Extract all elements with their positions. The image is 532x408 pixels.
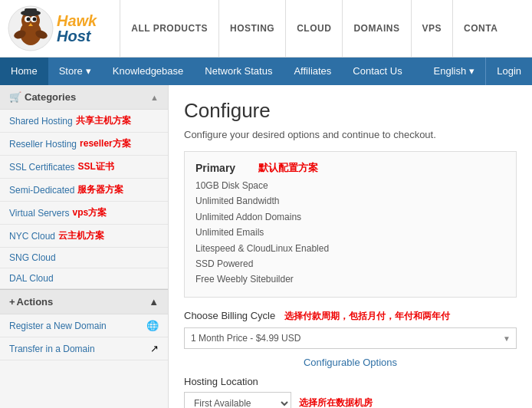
nav-knowledgebase[interactable]: Knowledgebase	[102, 58, 195, 85]
sidebar-item-shared-hosting[interactable]: Shared Hosting 共享主机方案	[0, 110, 168, 133]
sidebar-item-virtual-servers[interactable]: Virtual Servers vps方案	[0, 202, 168, 225]
top-nav-all-products[interactable]: ALL PRODUCTS	[120, 0, 218, 58]
top-nav-conta[interactable]: CONTA	[452, 0, 508, 58]
nav-language[interactable]: English ▾	[423, 58, 486, 85]
top-navigation: ALL PRODUCTS HOSTING CLOUD DOMAINS VPS C…	[120, 0, 508, 58]
billing-label-zh: 选择付款周期，包括月付，年付和两年付	[284, 311, 450, 321]
logo-area: Hawk Host	[8, 5, 97, 51]
sidebar: 🛒 Categories ▲ Shared Hosting 共享主机方案 Res…	[0, 85, 169, 408]
nav-login[interactable]: Login	[485, 58, 532, 85]
main-navigation: Home Store ▾ Knowledgebase Network Statu…	[0, 58, 532, 85]
arrow-right-icon: ↗	[150, 343, 159, 354]
sidebar-item-semi-dedicated[interactable]: Semi-Dedicated 服务器方案	[0, 179, 168, 202]
config-box-title-zh: 默认配置方案	[258, 161, 318, 175]
config-box-title-text: Primary	[195, 162, 235, 174]
logo-host: Host	[57, 28, 97, 44]
chevron-icon: ▲	[149, 296, 159, 308]
hosting-location-label: Hosting Location	[184, 376, 517, 387]
content-wrapper: 🛒 Categories ▲ Shared Hosting 共享主机方案 Res…	[0, 85, 532, 408]
cart-icon: 🛒	[9, 91, 21, 103]
sidebar-item-ssl-certificates[interactable]: SSL Certificates SSL证书	[0, 156, 168, 179]
sidebar-item-reseller-hosting[interactable]: Reseller Hosting reseller方案	[0, 133, 168, 156]
top-nav-cloud[interactable]: CLOUD	[285, 0, 342, 58]
billing-cycle-select[interactable]: 1 Month Price - $4.99 USD Annually - $47…	[184, 327, 517, 349]
top-nav-vps[interactable]: VPS	[411, 0, 453, 58]
chevron-down-icon: ▾	[469, 58, 475, 85]
logo-text: Hawk Host	[57, 13, 97, 44]
svg-point-5	[27, 18, 31, 21]
actions-header: + Actions ▲	[0, 289, 168, 314]
logo-hawk: Hawk	[57, 13, 97, 28]
sidebar-item-sng-cloud[interactable]: SNG Cloud	[0, 248, 168, 268]
nav-affiliates[interactable]: Affiliates	[283, 58, 342, 85]
top-nav-domains[interactable]: DOMAINS	[342, 0, 410, 58]
categories-header: 🛒 Categories ▲	[0, 85, 168, 110]
billing-section: Choose Billing Cycle 选择付款周期，包括月付，年付和两年付 …	[184, 310, 517, 349]
primary-config-box: Primary 默认配置方案 10GB Disk Space Unlimited…	[184, 151, 517, 298]
configurable-options-link[interactable]: Configurable Options	[184, 357, 517, 368]
nav-store[interactable]: Store ▾	[48, 58, 102, 85]
billing-label: Choose Billing Cycle 选择付款周期，包括月付，年付和两年付	[184, 310, 517, 323]
plus-icon: +	[9, 296, 15, 308]
nav-network-status[interactable]: Network Status	[194, 58, 283, 85]
chevron-icon: ▲	[150, 93, 159, 102]
sidebar-action-register-domain[interactable]: Register a New Domain 🌐	[0, 314, 168, 337]
page-title: Configure	[184, 99, 517, 123]
hosting-location-select[interactable]: First Available	[184, 392, 291, 408]
hawk-mascot-icon	[8, 5, 54, 51]
top-nav-hosting[interactable]: HOSTING	[218, 0, 285, 58]
config-details: 10GB Disk Space Unlimited Bandwidth Unli…	[195, 178, 505, 288]
top-header: Hawk Host ALL PRODUCTS HOSTING CLOUD DOM…	[0, 0, 532, 58]
hosting-location-label-zh: 选择所在数据机房	[299, 396, 373, 408]
svg-point-6	[33, 18, 37, 21]
billing-select-wrapper[interactable]: 1 Month Price - $4.99 USD Annually - $47…	[184, 327, 517, 349]
nav-home[interactable]: Home	[0, 58, 48, 85]
chevron-down-icon: ▾	[86, 58, 91, 85]
nav-contact-us[interactable]: Contact Us	[342, 58, 412, 85]
hosting-select-row: First Available 选择所在数据机房	[184, 392, 517, 408]
sidebar-item-dal-cloud[interactable]: DAL Cloud	[0, 268, 168, 289]
page-subtitle: Configure your desired options and conti…	[184, 129, 517, 140]
sidebar-action-transfer-domain[interactable]: Transfer in a Domain ↗	[0, 337, 168, 360]
sidebar-item-nyc-cloud[interactable]: NYC Cloud 云主机方案	[0, 225, 168, 248]
globe-icon: 🌐	[146, 320, 159, 331]
svg-rect-11	[25, 8, 37, 15]
nav-store-dropdown[interactable]: Store ▾	[48, 58, 102, 85]
hosting-location-section: Hosting Location First Available 选择所在数据机…	[184, 376, 517, 408]
nav-language-dropdown[interactable]: English ▾	[423, 58, 486, 85]
main-content: Configure Configure your desired options…	[169, 85, 532, 408]
